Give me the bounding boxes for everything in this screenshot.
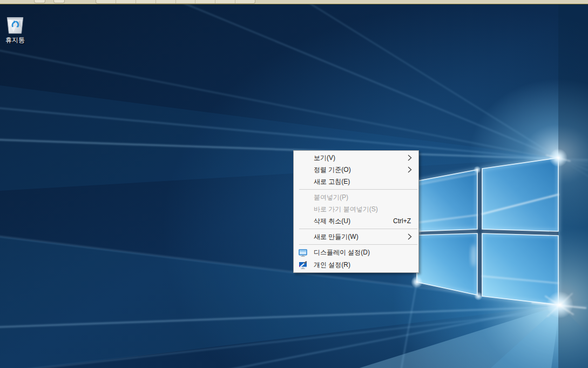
menu-shortcut: Ctrl+Z [393, 217, 412, 225]
submenu-arrow-icon [408, 233, 412, 240]
menu-item-sort-by[interactable]: 정렬 기준(O) [294, 164, 418, 176]
personalization-icon [299, 261, 307, 270]
toolbar-button-stub[interactable] [34, 0, 45, 3]
menu-item-paste[interactable]: 붙여넣기(P) [294, 191, 418, 203]
submenu-arrow-icon [408, 155, 412, 161]
menu-item-refresh[interactable]: 새로 고침(E) [294, 176, 418, 188]
menu-item-new[interactable]: 새로 만들기(W) [294, 231, 418, 243]
host-toolbar-strip [0, 0, 588, 4]
menu-item-display-settings[interactable]: 디스플레이 설정(D) [294, 246, 418, 259]
menu-item-view[interactable]: 보기(V) [294, 152, 418, 164]
recycle-bin[interactable]: 휴지통 [1, 14, 29, 45]
menu-item-personalize[interactable]: 개인 설정(R) [294, 259, 418, 271]
menu-item-undo-delete[interactable]: 삭제 취소(U) Ctrl+Z [294, 215, 418, 227]
display-settings-icon [299, 249, 307, 257]
submenu-arrow-icon [408, 166, 412, 173]
toolbar-segment-bar[interactable] [96, 0, 255, 4]
toolbar-button-stub[interactable] [53, 0, 65, 3]
recycle-bin-icon [5, 14, 25, 35]
menu-separator [299, 189, 417, 190]
desktop[interactable]: 휴지통 보기(V) 정렬 기준(O) 새로 고침(E) 붙여넣기( [0, 4, 588, 368]
recycle-bin-label: 휴지통 [5, 36, 25, 45]
menu-item-paste-shortcut[interactable]: 바로 가기 붙여넣기(S) [294, 203, 418, 215]
menu-separator [299, 229, 417, 229]
screen: 휴지통 보기(V) 정렬 기준(O) 새로 고침(E) 붙여넣기( [0, 0, 588, 368]
desktop-context-menu: 보기(V) 정렬 기준(O) 새로 고침(E) 붙여넣기(P) 바로 가기 붙여… [293, 150, 419, 273]
menu-separator [299, 244, 417, 245]
